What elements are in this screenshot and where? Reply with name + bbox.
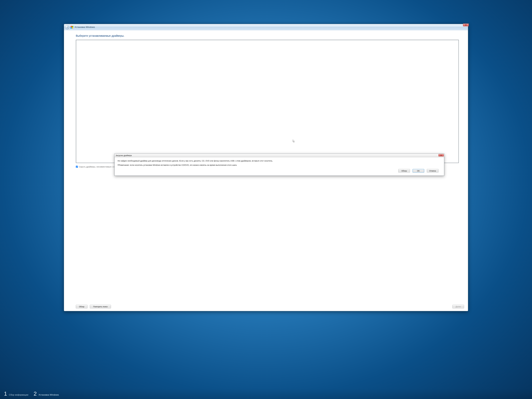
back-button[interactable] xyxy=(65,25,69,29)
wizard-bottom-bar: Обзор Повторить поиск Далее xyxy=(64,305,468,311)
wizard-browse-button[interactable]: Обзор xyxy=(76,305,88,309)
instruction-text: Выберите устанавливаемые драйверы. xyxy=(76,34,459,37)
step-1-number: 1 xyxy=(4,391,7,397)
wizard-next-button[interactable]: Далее xyxy=(452,305,464,309)
windows-logo-icon xyxy=(70,26,73,29)
dialog-cancel-button[interactable]: Отмена xyxy=(427,169,438,173)
dialog-titlebar: Загрузка драйвера xyxy=(114,154,444,157)
step-2-number: 2 xyxy=(34,391,37,397)
load-driver-dialog: Загрузка драйвера Не найден необходимый … xyxy=(114,154,444,176)
arrow-left-icon xyxy=(66,26,68,28)
step-2-label: Установка Windows xyxy=(38,394,59,396)
step-2: 2 Установка Windows xyxy=(34,391,59,397)
dialog-close-button[interactable] xyxy=(438,154,444,157)
driver-list[interactable] xyxy=(76,40,459,163)
dialog-message-2: ПРимечание: если носитель установки Wind… xyxy=(118,164,441,166)
dialog-body: Не найден необходимый драйвер для дисков… xyxy=(114,157,444,176)
step-1-label: Сбор информации xyxy=(9,394,28,396)
wizard-rescan-button[interactable]: Повторить поиск xyxy=(90,305,111,309)
close-icon xyxy=(440,155,442,156)
close-icon xyxy=(465,24,467,26)
step-1: 1 Сбор информации xyxy=(4,391,28,397)
setup-steps-bar: 1 Сбор информации 2 Установка Windows xyxy=(0,388,532,399)
wizard-close-button[interactable] xyxy=(463,24,469,26)
dialog-browse-button[interactable]: Обзор xyxy=(398,169,410,173)
wizard-title: Установка Windows xyxy=(75,26,95,29)
dialog-title: Загрузка драйвера xyxy=(116,154,132,157)
hide-incompatible-checkbox[interactable] xyxy=(76,166,78,168)
wizard-titlebar: Установка Windows xyxy=(64,24,468,30)
dialog-ok-button[interactable]: OK xyxy=(413,169,424,173)
dialog-message-1: Не найден необходимый драйвер для дисков… xyxy=(118,160,441,162)
dialog-button-row: Обзор OK Отмена xyxy=(118,168,441,174)
